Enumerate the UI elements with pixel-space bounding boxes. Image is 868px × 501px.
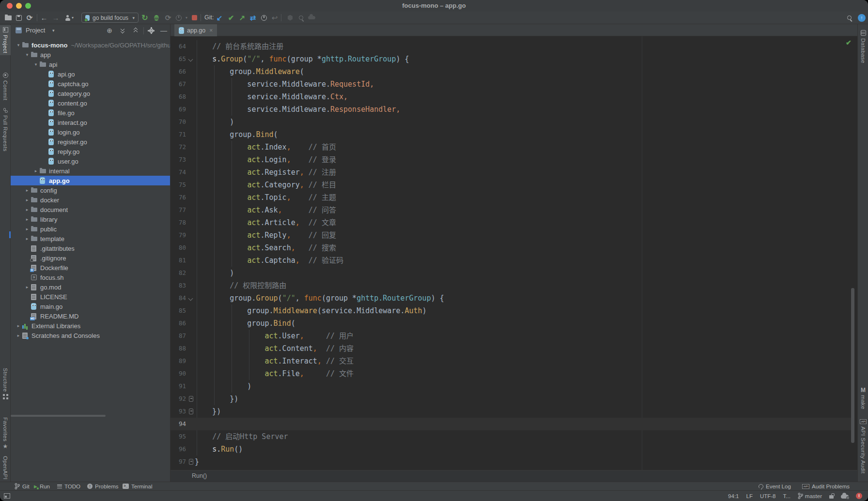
line-number[interactable]: 79: [170, 229, 186, 242]
line-number[interactable]: 72: [170, 141, 186, 153]
fold-collapsed-icon[interactable]: [189, 396, 193, 402]
line-number[interactable]: 66: [170, 65, 186, 78]
chevron-right-icon[interactable]: ▸: [23, 207, 31, 212]
line-number[interactable]: 70: [170, 116, 186, 128]
line-number[interactable]: 85: [170, 304, 186, 317]
push-icon[interactable]: ↗: [237, 12, 248, 23]
run-configuration-select[interactable]: go build focus ▾: [81, 13, 139, 23]
line-number[interactable]: 76: [170, 191, 186, 204]
tool-window-button-problems[interactable]: !Problems: [87, 482, 119, 490]
tree-item--gitattributes[interactable]: .gitattributes: [11, 243, 170, 253]
tree-item-file-go[interactable]: file.go: [11, 108, 170, 118]
code-line-95[interactable]: 95 // 启动Http Server: [170, 430, 857, 443]
line-number[interactable]: 92: [170, 393, 186, 405]
code-editor[interactable]: 64 // 前台系统路由注册65 s.Group("/", func(group…: [170, 36, 857, 470]
tool-window-button-favorites[interactable]: Favorites★: [0, 417, 11, 449]
tool-window-button-structure[interactable]: Structure: [0, 368, 11, 399]
line-number[interactable]: 65: [170, 53, 186, 65]
line-number[interactable]: 82: [170, 267, 186, 279]
line-number[interactable]: 87: [170, 330, 186, 342]
line-number[interactable]: 71: [170, 128, 186, 141]
tree-item-internal[interactable]: ▸internal: [11, 166, 170, 176]
tree-item-readme-md[interactable]: README.MD: [11, 311, 170, 321]
code-line-94[interactable]: 94: [170, 418, 857, 430]
tree-item-register-go[interactable]: register.go: [11, 137, 170, 147]
line-number[interactable]: 86: [170, 317, 186, 330]
code-line-97[interactable]: 97}: [170, 455, 857, 468]
unlocked-icon[interactable]: [829, 493, 834, 499]
tree-item-document[interactable]: ▸document: [11, 205, 170, 214]
tool-window-button-project[interactable]: Project: [0, 25, 11, 55]
inspection-ok-icon[interactable]: ✔: [846, 39, 852, 46]
fold-collapsed-icon[interactable]: [189, 409, 193, 414]
code-line-80[interactable]: 80 act.Search, // 搜索: [170, 242, 857, 254]
chevron-right-icon[interactable]: ▸: [23, 227, 31, 231]
tool-window-switcher-icon[interactable]: [4, 493, 10, 499]
code-line-74[interactable]: 74 act.Register, // 注册: [170, 166, 857, 179]
line-number[interactable]: 68: [170, 91, 186, 103]
code-line-89[interactable]: 89 act.Interact, // 交互: [170, 355, 857, 367]
code-line-76[interactable]: 76 act.Topic, // 主题: [170, 191, 857, 204]
line-number[interactable]: 90: [170, 367, 186, 380]
code-line-88[interactable]: 88 act.Content, // 内容: [170, 342, 857, 355]
line-number[interactable]: 94: [170, 418, 186, 430]
tree-item-config[interactable]: ▸config: [11, 185, 170, 195]
tree-item-docker[interactable]: ▸docker: [11, 195, 170, 205]
chevron-down-icon[interactable]: ▾: [15, 43, 22, 47]
tree-item-main-go[interactable]: main.go: [11, 302, 170, 311]
open-icon[interactable]: [3, 12, 14, 23]
code-line-83[interactable]: 83 // 权限控制路由: [170, 279, 857, 292]
tree-item-interact-go[interactable]: interact.go: [11, 118, 170, 127]
line-number[interactable]: 81: [170, 254, 186, 267]
chevron-right-icon[interactable]: ▸: [15, 333, 22, 338]
tool-window-button-openapi[interactable]: OpenAPI: [0, 456, 11, 480]
settings-icon[interactable]: [146, 27, 156, 34]
save-icon[interactable]: [14, 12, 24, 23]
code-line-79[interactable]: 79 act.Reply, // 回复: [170, 229, 857, 242]
code-line-72[interactable]: 72 act.Index, // 首页: [170, 141, 857, 153]
line-number[interactable]: 67: [170, 78, 186, 91]
code-line-66[interactable]: 66 group.Middleware(: [170, 65, 857, 78]
vertical-scrollbar[interactable]: [851, 288, 854, 443]
code-line-92[interactable]: 92 }): [170, 393, 857, 405]
tree-item-user-go[interactable]: user.go: [11, 156, 170, 166]
update-project-icon[interactable]: ↙: [214, 12, 225, 23]
code-line-85[interactable]: 85 group.Middleware(service.Middleware.A…: [170, 304, 857, 317]
code-line-67[interactable]: 67 service.Middleware.RequestId,: [170, 78, 857, 91]
tree-item-dockerfile[interactable]: Dockerfile: [11, 263, 170, 273]
code-line-84[interactable]: 84 group.Group("/", func(group *ghttp.Ro…: [170, 292, 857, 304]
chevron-right-icon[interactable]: ▸: [15, 323, 22, 328]
line-number[interactable]: 80: [170, 242, 186, 254]
tree-item-captcha-go[interactable]: captcha.go: [11, 79, 170, 89]
breadcrumb[interactable]: Run(): [192, 472, 207, 479]
tool-window-button-run[interactable]: ▶Run: [34, 482, 50, 490]
line-number[interactable]: 69: [170, 103, 186, 116]
chevron-right-icon[interactable]: ▸: [23, 217, 31, 222]
code-line-78[interactable]: 78 act.Article, // 文章: [170, 216, 857, 229]
chevron-right-icon[interactable]: ▸: [23, 285, 31, 289]
tree-item-external-libraries[interactable]: ▸External Libraries: [11, 321, 170, 331]
project-panel-title[interactable]: Project: [26, 27, 45, 34]
line-number[interactable]: 77: [170, 204, 186, 216]
tool-window-button-api-security-audit[interactable]: /APIAPI Security Audit: [858, 419, 868, 473]
tool-window-button-terminal[interactable]: >_Terminal: [123, 482, 152, 490]
code-line-96[interactable]: 96 s.Run(): [170, 443, 857, 455]
tree-item-content-go[interactable]: content.go: [11, 98, 170, 108]
code-line-75[interactable]: 75 act.Category, // 栏目: [170, 179, 857, 191]
code-line-71[interactable]: 71 group.Bind(: [170, 128, 857, 141]
tree-item-api-go[interactable]: api.go: [11, 69, 170, 79]
code-line-69[interactable]: 69 service.Middleware.ResponseHandler,: [170, 103, 857, 116]
chevron-down-icon[interactable]: ▾: [23, 52, 31, 57]
line-number[interactable]: 93: [170, 405, 186, 418]
line-number[interactable]: 96: [170, 443, 186, 455]
close-icon[interactable]: ×: [209, 27, 213, 34]
tree-item-scratches-and-consoles[interactable]: ▸Scratches and Consoles: [11, 331, 170, 340]
locate-icon[interactable]: ⊕: [105, 27, 114, 34]
tool-window-button-pull-requests[interactable]: Pull Requests: [0, 107, 11, 152]
tree-item-login-go[interactable]: login.go: [11, 127, 170, 137]
code-line-90[interactable]: 90 act.File, // 文件: [170, 367, 857, 380]
tree-item-app-go[interactable]: app.go: [11, 176, 170, 185]
code-line-73[interactable]: 73 act.Login, // 登录: [170, 153, 857, 166]
caret-position-widget[interactable]: 94:1: [728, 493, 739, 499]
tree-item-focus-sh[interactable]: >focus.sh: [11, 273, 170, 282]
